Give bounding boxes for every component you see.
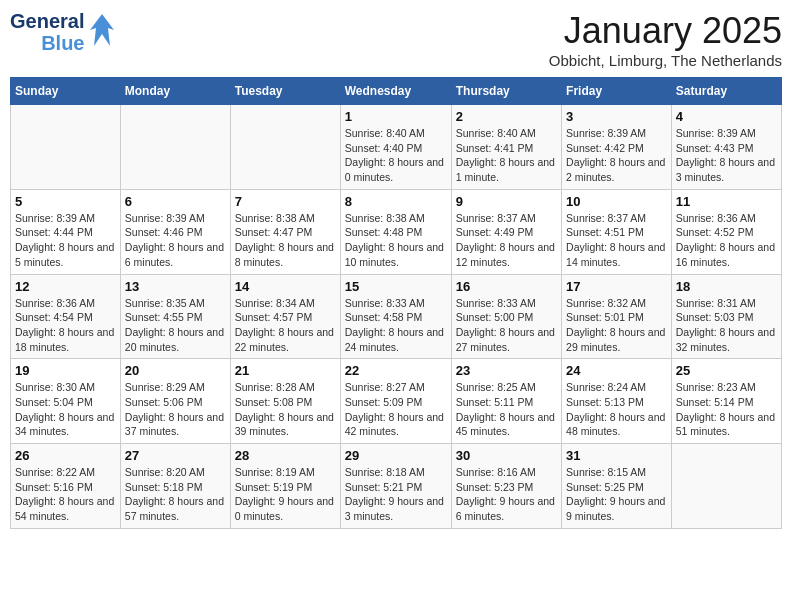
day-number: 1 — [345, 109, 447, 124]
calendar-table: Sunday Monday Tuesday Wednesday Thursday… — [10, 77, 782, 529]
table-row: 8Sunrise: 8:38 AM Sunset: 4:48 PM Daylig… — [340, 189, 451, 274]
day-number: 18 — [676, 279, 777, 294]
table-row: 31Sunrise: 8:15 AM Sunset: 5:25 PM Dayli… — [562, 444, 672, 529]
col-friday: Friday — [562, 78, 672, 105]
day-info: Sunrise: 8:37 AM Sunset: 4:49 PM Dayligh… — [456, 211, 557, 270]
table-row: 16Sunrise: 8:33 AM Sunset: 5:00 PM Dayli… — [451, 274, 561, 359]
day-number: 14 — [235, 279, 336, 294]
table-row: 2Sunrise: 8:40 AM Sunset: 4:41 PM Daylig… — [451, 105, 561, 190]
day-number: 22 — [345, 363, 447, 378]
calendar-week-row: 19Sunrise: 8:30 AM Sunset: 5:04 PM Dayli… — [11, 359, 782, 444]
table-row: 4Sunrise: 8:39 AM Sunset: 4:43 PM Daylig… — [671, 105, 781, 190]
table-row: 23Sunrise: 8:25 AM Sunset: 5:11 PM Dayli… — [451, 359, 561, 444]
day-number: 10 — [566, 194, 667, 209]
day-info: Sunrise: 8:25 AM Sunset: 5:11 PM Dayligh… — [456, 380, 557, 439]
table-row — [230, 105, 340, 190]
calendar-week-row: 26Sunrise: 8:22 AM Sunset: 5:16 PM Dayli… — [11, 444, 782, 529]
calendar-week-row: 1Sunrise: 8:40 AM Sunset: 4:40 PM Daylig… — [11, 105, 782, 190]
day-info: Sunrise: 8:38 AM Sunset: 4:48 PM Dayligh… — [345, 211, 447, 270]
table-row: 15Sunrise: 8:33 AM Sunset: 4:58 PM Dayli… — [340, 274, 451, 359]
calendar-week-row: 12Sunrise: 8:36 AM Sunset: 4:54 PM Dayli… — [11, 274, 782, 359]
day-number: 6 — [125, 194, 226, 209]
day-info: Sunrise: 8:18 AM Sunset: 5:21 PM Dayligh… — [345, 465, 447, 524]
day-number: 24 — [566, 363, 667, 378]
day-number: 2 — [456, 109, 557, 124]
col-sunday: Sunday — [11, 78, 121, 105]
day-info: Sunrise: 8:24 AM Sunset: 5:13 PM Dayligh… — [566, 380, 667, 439]
day-number: 27 — [125, 448, 226, 463]
day-number: 15 — [345, 279, 447, 294]
day-number: 19 — [15, 363, 116, 378]
table-row: 10Sunrise: 8:37 AM Sunset: 4:51 PM Dayli… — [562, 189, 672, 274]
table-row: 25Sunrise: 8:23 AM Sunset: 5:14 PM Dayli… — [671, 359, 781, 444]
table-row: 21Sunrise: 8:28 AM Sunset: 5:08 PM Dayli… — [230, 359, 340, 444]
table-row: 1Sunrise: 8:40 AM Sunset: 4:40 PM Daylig… — [340, 105, 451, 190]
day-info: Sunrise: 8:15 AM Sunset: 5:25 PM Dayligh… — [566, 465, 667, 524]
day-number: 25 — [676, 363, 777, 378]
day-number: 16 — [456, 279, 557, 294]
day-info: Sunrise: 8:39 AM Sunset: 4:43 PM Dayligh… — [676, 126, 777, 185]
table-row: 14Sunrise: 8:34 AM Sunset: 4:57 PM Dayli… — [230, 274, 340, 359]
table-row: 9Sunrise: 8:37 AM Sunset: 4:49 PM Daylig… — [451, 189, 561, 274]
day-info: Sunrise: 8:19 AM Sunset: 5:19 PM Dayligh… — [235, 465, 336, 524]
table-row: 7Sunrise: 8:38 AM Sunset: 4:47 PM Daylig… — [230, 189, 340, 274]
calendar-header-row: Sunday Monday Tuesday Wednesday Thursday… — [11, 78, 782, 105]
day-info: Sunrise: 8:36 AM Sunset: 4:54 PM Dayligh… — [15, 296, 116, 355]
table-row: 18Sunrise: 8:31 AM Sunset: 5:03 PM Dayli… — [671, 274, 781, 359]
col-monday: Monday — [120, 78, 230, 105]
page-header: General Blue January 2025 Obbicht, Limbu… — [10, 10, 782, 69]
logo-general: General — [10, 10, 84, 32]
day-info: Sunrise: 8:40 AM Sunset: 4:40 PM Dayligh… — [345, 126, 447, 185]
day-info: Sunrise: 8:35 AM Sunset: 4:55 PM Dayligh… — [125, 296, 226, 355]
day-info: Sunrise: 8:29 AM Sunset: 5:06 PM Dayligh… — [125, 380, 226, 439]
day-number: 23 — [456, 363, 557, 378]
day-info: Sunrise: 8:30 AM Sunset: 5:04 PM Dayligh… — [15, 380, 116, 439]
day-number: 5 — [15, 194, 116, 209]
table-row: 12Sunrise: 8:36 AM Sunset: 4:54 PM Dayli… — [11, 274, 121, 359]
day-number: 21 — [235, 363, 336, 378]
day-info: Sunrise: 8:36 AM Sunset: 4:52 PM Dayligh… — [676, 211, 777, 270]
day-info: Sunrise: 8:39 AM Sunset: 4:44 PM Dayligh… — [15, 211, 116, 270]
table-row: 20Sunrise: 8:29 AM Sunset: 5:06 PM Dayli… — [120, 359, 230, 444]
logo-bird-icon — [88, 12, 116, 48]
logo: General Blue — [10, 10, 116, 54]
table-row — [120, 105, 230, 190]
day-number: 7 — [235, 194, 336, 209]
day-number: 28 — [235, 448, 336, 463]
table-row: 19Sunrise: 8:30 AM Sunset: 5:04 PM Dayli… — [11, 359, 121, 444]
table-row: 26Sunrise: 8:22 AM Sunset: 5:16 PM Dayli… — [11, 444, 121, 529]
table-row: 22Sunrise: 8:27 AM Sunset: 5:09 PM Dayli… — [340, 359, 451, 444]
calendar-subtitle: Obbicht, Limburg, The Netherlands — [549, 52, 782, 69]
day-info: Sunrise: 8:39 AM Sunset: 4:42 PM Dayligh… — [566, 126, 667, 185]
day-info: Sunrise: 8:22 AM Sunset: 5:16 PM Dayligh… — [15, 465, 116, 524]
day-info: Sunrise: 8:33 AM Sunset: 5:00 PM Dayligh… — [456, 296, 557, 355]
day-number: 9 — [456, 194, 557, 209]
day-number: 12 — [15, 279, 116, 294]
day-info: Sunrise: 8:20 AM Sunset: 5:18 PM Dayligh… — [125, 465, 226, 524]
day-number: 20 — [125, 363, 226, 378]
table-row — [11, 105, 121, 190]
day-info: Sunrise: 8:40 AM Sunset: 4:41 PM Dayligh… — [456, 126, 557, 185]
day-info: Sunrise: 8:32 AM Sunset: 5:01 PM Dayligh… — [566, 296, 667, 355]
table-row: 24Sunrise: 8:24 AM Sunset: 5:13 PM Dayli… — [562, 359, 672, 444]
day-info: Sunrise: 8:38 AM Sunset: 4:47 PM Dayligh… — [235, 211, 336, 270]
title-area: January 2025 Obbicht, Limburg, The Nethe… — [549, 10, 782, 69]
table-row: 17Sunrise: 8:32 AM Sunset: 5:01 PM Dayli… — [562, 274, 672, 359]
table-row: 3Sunrise: 8:39 AM Sunset: 4:42 PM Daylig… — [562, 105, 672, 190]
day-info: Sunrise: 8:28 AM Sunset: 5:08 PM Dayligh… — [235, 380, 336, 439]
logo-blue: Blue — [41, 32, 84, 54]
day-number: 26 — [15, 448, 116, 463]
table-row: 30Sunrise: 8:16 AM Sunset: 5:23 PM Dayli… — [451, 444, 561, 529]
table-row: 13Sunrise: 8:35 AM Sunset: 4:55 PM Dayli… — [120, 274, 230, 359]
calendar-title: January 2025 — [549, 10, 782, 52]
day-number: 8 — [345, 194, 447, 209]
day-number: 29 — [345, 448, 447, 463]
day-info: Sunrise: 8:27 AM Sunset: 5:09 PM Dayligh… — [345, 380, 447, 439]
table-row: 29Sunrise: 8:18 AM Sunset: 5:21 PM Dayli… — [340, 444, 451, 529]
day-info: Sunrise: 8:33 AM Sunset: 4:58 PM Dayligh… — [345, 296, 447, 355]
col-saturday: Saturday — [671, 78, 781, 105]
table-row: 28Sunrise: 8:19 AM Sunset: 5:19 PM Dayli… — [230, 444, 340, 529]
day-info: Sunrise: 8:16 AM Sunset: 5:23 PM Dayligh… — [456, 465, 557, 524]
day-info: Sunrise: 8:34 AM Sunset: 4:57 PM Dayligh… — [235, 296, 336, 355]
col-thursday: Thursday — [451, 78, 561, 105]
